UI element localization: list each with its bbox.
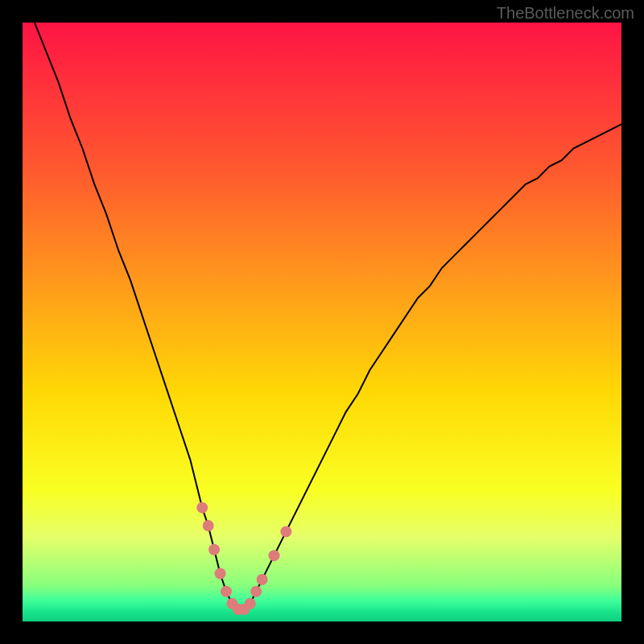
curve-marker [221,586,232,597]
curve-marker [208,544,220,555]
curve-marker [280,526,291,537]
watermark-text: TheBottleneck.com [497,4,634,23]
plot-area [23,23,621,621]
chart-frame: TheBottleneck.com [0,0,644,644]
curve-marker [215,568,226,579]
curve-marker [250,586,262,597]
curve-marker [196,502,208,514]
curve-marker [268,550,279,561]
curve-marker [203,520,214,531]
bottleneck-curve-chart [23,23,621,621]
curve-marker [257,574,268,585]
heatmap-background [23,23,621,621]
curve-marker [245,598,256,609]
